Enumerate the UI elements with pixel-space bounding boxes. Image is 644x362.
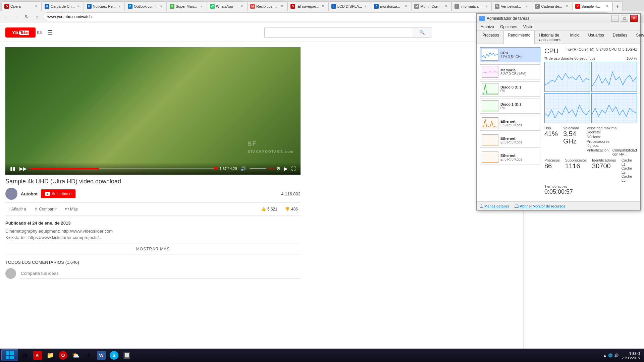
tab-close-whatsapp[interactable]: × (239, 4, 244, 9)
tm-less-details-button[interactable]: ⇧ Menos detalles (480, 204, 509, 208)
progress-bar[interactable] (30, 168, 217, 169)
tm-tab-historial[interactable]: Historial de aplicaciones (535, 31, 566, 44)
tm-tab-inicio[interactable]: Inicio (566, 31, 584, 44)
search-button[interactable]: 🔍 (412, 27, 432, 38)
theater-button[interactable]: ▶ (283, 165, 288, 172)
tab-close-lcd[interactable]: × (363, 4, 368, 9)
taskbar-app-word[interactable]: W (95, 350, 107, 361)
home-button[interactable]: ⌂ (33, 13, 41, 21)
tm-maximize-button[interactable]: □ (621, 15, 628, 22)
taskbar-app-skype[interactable]: S (108, 350, 120, 361)
tm-cpu-graph-2 (591, 62, 637, 92)
browser-tab-outlook[interactable]: OOutlook.com...× (125, 1, 167, 11)
settings-video-button[interactable]: ⚙ (276, 165, 281, 172)
taskbar-app-opera[interactable]: O (57, 350, 69, 361)
svg-rect-2 (545, 94, 590, 123)
tab-close-navegador[interactable]: × (321, 4, 325, 9)
tm-stat-value-memoria: 3,2/7,0 GB (46%) (500, 72, 539, 76)
like-button[interactable]: 👍 6.621 (258, 205, 280, 213)
forward-button[interactable]: → (13, 13, 21, 21)
browser-tab-newtab[interactable]: + (612, 1, 623, 11)
add-to-button[interactable]: + Añadir a (5, 205, 29, 213)
task-manager: T Administrador de tareas – □ ✕ Archivo … (476, 13, 641, 210)
search-input[interactable] (264, 27, 412, 38)
comment-input[interactable] (19, 268, 301, 279)
tm-menu-vista[interactable]: Vista (521, 24, 535, 30)
tm-stat-disco1[interactable]: Disco 1 (D:) 0% (480, 99, 540, 114)
tab-close-cadena[interactable]: × (565, 4, 569, 9)
tab-close-sample[interactable]: × (605, 4, 609, 9)
tm-stat-memoria[interactable]: Memoria 3,2/7,0 GB (46%) (480, 64, 540, 79)
browser-tab-monitoriza[interactable]: 8monitoriza...× (371, 1, 411, 11)
tm-label-identificadores: Identificadores (592, 158, 616, 162)
network-icon[interactable]: 🌐 (608, 353, 613, 358)
tm-tab-detalles[interactable]: Detalles (608, 31, 632, 44)
tab-close-carga[interactable]: × (76, 4, 81, 9)
thumb-up-icon: 👍 (261, 207, 266, 212)
browser-tab-sample[interactable]: YSample 4...× (572, 1, 612, 11)
tm-minimize-button[interactable]: – (611, 15, 619, 22)
fullscreen-button[interactable]: ⛶ (290, 165, 297, 172)
browser-tab-navegador[interactable]: O¡El navegad...× (287, 1, 328, 11)
next-button[interactable]: ▶▶ (19, 165, 28, 172)
tm-stat-ethernet2[interactable]: Ethernet E: 0 R: 0 Kbps (480, 133, 540, 148)
tab-close-recibidos[interactable]: × (280, 4, 284, 9)
browser-tab-recibidos[interactable]: MRecibidos -...× (247, 1, 287, 11)
browser-tab-lcd[interactable]: LLCD DISPLA...× (328, 1, 371, 11)
tab-close-opera[interactable]: × (34, 4, 39, 9)
pause-button[interactable]: ▮▮ (9, 165, 16, 172)
taskbar-app-adobe[interactable]: Ai (32, 350, 44, 361)
tm-open-monitor-button[interactable]: ◯ Abrir el Monitor de recursos (515, 204, 565, 208)
browser-tab-noticias[interactable]: HNoticias, Re...× (84, 1, 125, 11)
back-button[interactable]: ← (3, 13, 11, 21)
start-button[interactable] (1, 349, 18, 361)
tm-close-button[interactable]: ✕ (630, 15, 638, 22)
subscribe-button[interactable]: Suscribirse (41, 189, 75, 198)
tm-menu-opciones[interactable]: Opciones (497, 24, 520, 30)
tm-tab-rendimiento[interactable]: Rendimiento (503, 31, 535, 44)
taskbar-app-folders[interactable]: 📁 (44, 350, 56, 361)
browser-tab-carga[interactable]: HCarga de Ch...× (42, 1, 84, 11)
tab-close-munin[interactable]: × (444, 4, 448, 9)
tab-close-outlook[interactable]: × (159, 4, 164, 9)
volume-icon[interactable]: 🔊 (614, 353, 619, 358)
browser-tab-supermario[interactable]: SSuper Mari...× (167, 1, 207, 11)
tab-close-verpeliculas[interactable]: × (524, 4, 529, 9)
reload-button[interactable]: ↻ (23, 13, 31, 21)
tm-menu-archivo[interactable]: Archivo (478, 24, 497, 30)
dislike-button[interactable]: 👎 486 (282, 205, 301, 213)
tm-stat-ethernet1[interactable]: Ethernet E: 0 R: 0 Kbps (480, 116, 540, 131)
tm-stat-disco0[interactable]: Disco 0 (C:) 0% (480, 81, 540, 97)
tm-tab-servicios[interactable]: Servicios (632, 31, 644, 44)
taskbar-app-file-explorer[interactable]: 🗂 (19, 350, 31, 361)
tab-close-supermario[interactable]: × (199, 4, 204, 9)
tab-close-informatica[interactable]: × (484, 4, 489, 9)
taskbar-app-weather[interactable]: ⛅ (70, 350, 82, 361)
more-button[interactable]: ••• Más (62, 205, 80, 213)
hamburger-menu[interactable]: ☰ (47, 29, 53, 36)
taskbar-app-telegram[interactable]: ✈ (83, 350, 95, 361)
tm-stat-ethernet3[interactable]: Ethernet E: 0 R: 0 Kbps (480, 150, 540, 165)
browser-tab-munin[interactable]: MMunin Corr...× (411, 1, 451, 11)
video-title: Sample 4k UHD (Ultra HD) video download (5, 178, 301, 185)
browser-tab-informatica[interactable]: Iinformatica...× (451, 1, 492, 11)
taskbar-app-unknown[interactable]: 🔲 (121, 350, 133, 361)
taskbar-clock: 19:00 29/03/2015 (622, 351, 640, 360)
tm-virtualizacion-value: Compatibilidad con Hy... (612, 148, 637, 156)
browser-tab-verpeliculas[interactable]: VVer pelicul...× (492, 1, 532, 11)
show-more-button[interactable]: MOSTRAR MÁS (5, 244, 301, 254)
volume-button[interactable]: 🔊 (240, 165, 247, 172)
tm-stat-cpu[interactable]: CPU 41% 3,54 GHz (480, 47, 540, 62)
tray-arrow[interactable]: ▲ (603, 353, 607, 357)
browser-tab-cadena[interactable]: CCadena de...× (532, 1, 572, 11)
tm-tab-usuarios[interactable]: Usuarios (584, 31, 608, 44)
browser-tab-opera[interactable]: OOpera× (1, 1, 42, 11)
browser-tab-whatsapp[interactable]: WWhatsApp× (207, 1, 247, 11)
tab-close-monitoriza[interactable]: × (404, 4, 408, 9)
tab-close-noticias[interactable]: × (117, 4, 122, 9)
video-player[interactable]: SFSTACKFOOTAGE.com ▮▮ ▶▶ 1:37 / 4:29 (5, 47, 301, 175)
comment-input-row (5, 268, 301, 279)
tm-tab-procesos[interactable]: Procesos (478, 31, 503, 44)
share-button[interactable]: ⇑ Compartir (32, 205, 59, 213)
volume-slider[interactable] (250, 168, 266, 169)
